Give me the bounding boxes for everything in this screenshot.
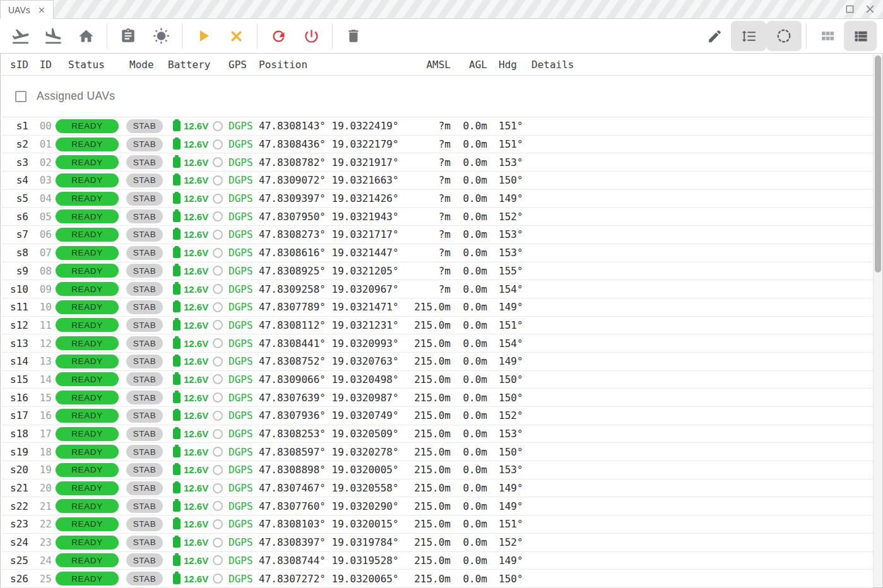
- heading-value: 149°: [487, 555, 526, 567]
- uav-row[interactable]: s6 05 READY STAB 12.6V DGPS 47.8307950° …: [0, 208, 874, 226]
- tab-close-icon[interactable]: [37, 5, 47, 15]
- uav-id: 02: [29, 156, 52, 168]
- status-badge: READY: [56, 517, 119, 531]
- position: 47.8307272° 19.0320065°: [256, 573, 409, 585]
- uav-row[interactable]: s8 07 READY STAB 12.6V DGPS 47.8308616° …: [0, 244, 874, 262]
- uav-row[interactable]: s24 23 READY STAB 12.6V DGPS 47.8308397°…: [0, 534, 874, 552]
- agl-value: 0.0m: [451, 555, 487, 567]
- mode-badge: STAB: [126, 372, 163, 386]
- battery-icon: [173, 211, 181, 222]
- reboot-button[interactable]: [262, 21, 295, 51]
- mode-badge: STAB: [126, 138, 163, 151]
- heading-value: 154°: [487, 283, 526, 295]
- close-button[interactable]: [864, 3, 875, 15]
- battery-icon: [173, 519, 181, 529]
- grid-view-button[interactable]: [811, 21, 844, 51]
- uav-row[interactable]: s2 01 READY STAB 12.6V DGPS 47.8308436° …: [0, 136, 874, 154]
- lights-button[interactable]: [145, 21, 177, 51]
- amsl-value: 215.0m: [409, 518, 451, 530]
- agl-value: 0.0m: [451, 338, 487, 350]
- uav-row[interactable]: s4 03 READY STAB 12.6V DGPS 47.8309072° …: [0, 172, 874, 190]
- gps-fix-type: DGPS: [226, 120, 256, 132]
- position: 47.8308273° 19.0321717°: [256, 228, 409, 240]
- uav-sid: s13: [0, 338, 29, 350]
- position: 47.8307950° 19.0321943°: [256, 211, 409, 223]
- battery-icon: [173, 374, 181, 385]
- header-id: ID: [29, 59, 52, 71]
- uav-row[interactable]: s13 12 READY STAB 12.6V DGPS 47.8308441°…: [0, 334, 874, 353]
- uav-id: 04: [29, 192, 52, 204]
- uav-row[interactable]: s19 18 READY STAB 12.6V DGPS 47.8308597°…: [0, 443, 874, 461]
- signal-circle-icon: [213, 573, 223, 584]
- uav-sid: s9: [0, 265, 29, 277]
- amsl-value: ?m: [409, 156, 451, 168]
- uav-row[interactable]: s26 25 READY STAB 12.6V DGPS 47.8307272°…: [0, 570, 874, 588]
- amsl-value: 215.0m: [409, 464, 451, 476]
- uav-row[interactable]: s10 09 READY STAB 12.6V DGPS 47.8309258°…: [0, 280, 874, 298]
- battery-icon: [173, 175, 181, 185]
- vertical-scrollbar[interactable]: [873, 54, 882, 587]
- selection-mode-button[interactable]: [766, 21, 802, 51]
- maximize-button[interactable]: [844, 3, 855, 15]
- battery-voltage: 12.6V: [184, 537, 208, 548]
- amsl-value: 215.0m: [409, 373, 451, 385]
- uav-row[interactable]: s17 16 READY STAB 12.6V DGPS 47.8307936°…: [0, 407, 874, 425]
- uav-row[interactable]: s5 04 READY STAB 12.6V DGPS 47.8309397° …: [0, 190, 874, 208]
- mode-badge: STAB: [126, 572, 163, 585]
- status-badge: READY: [56, 119, 119, 133]
- uav-row[interactable]: s14 13 READY STAB 12.6V DGPS 47.8308752°…: [0, 353, 874, 371]
- battery-voltage: 12.6V: [184, 483, 208, 493]
- status-badge: READY: [56, 427, 119, 441]
- power-off-button[interactable]: [295, 21, 328, 51]
- uav-row[interactable]: s12 11 READY STAB 12.6V DGPS 47.8308112°…: [0, 317, 874, 335]
- status-badge: READY: [56, 372, 119, 386]
- amsl-value: 215.0m: [409, 446, 451, 458]
- assigned-uavs-checkbox[interactable]: [15, 91, 27, 102]
- tab-uavs[interactable]: UAVs: [0, 0, 54, 19]
- heading-value: 152°: [487, 536, 526, 548]
- cancel-button[interactable]: [220, 21, 252, 51]
- uav-row[interactable]: s20 19 READY STAB 12.6V DGPS 47.8308898°…: [0, 461, 874, 479]
- signal-circle-icon: [213, 501, 223, 511]
- battery-voltage: 12.6V: [184, 266, 208, 276]
- mode-badge: STAB: [126, 246, 163, 260]
- uav-row[interactable]: s18 17 READY STAB 12.6V DGPS 47.8308253°…: [0, 425, 874, 444]
- remove-button[interactable]: [337, 21, 370, 51]
- uav-row[interactable]: s1 00 READY STAB 12.6V DGPS 47.8308143° …: [0, 117, 874, 136]
- position: 47.8308397° 19.0319784°: [256, 536, 409, 548]
- amsl-value: ?m: [409, 120, 451, 132]
- signal-circle-icon: [213, 194, 223, 204]
- battery-voltage: 12.6V: [184, 374, 208, 385]
- uav-row[interactable]: s16 15 READY STAB 12.6V DGPS 47.8307639°…: [0, 389, 874, 407]
- status-badge: READY: [56, 173, 119, 187]
- uav-row[interactable]: s23 22 READY STAB 12.6V DGPS 47.8308103°…: [0, 515, 874, 534]
- return-home-button[interactable]: [69, 21, 102, 51]
- uav-row[interactable]: s11 10 READY STAB 12.6V DGPS 47.8307789°…: [0, 298, 874, 317]
- mode-badge: STAB: [126, 282, 163, 296]
- sort-button[interactable]: [731, 21, 766, 51]
- list-view-button[interactable]: [844, 21, 877, 51]
- section-assigned-uavs[interactable]: Assigned UAVs: [0, 76, 874, 117]
- start-button[interactable]: [187, 21, 220, 51]
- battery-icon: [173, 266, 181, 276]
- uav-row[interactable]: s3 02 READY STAB 12.6V DGPS 47.8308782° …: [0, 153, 874, 172]
- takeoff-button[interactable]: [4, 21, 37, 51]
- battery-icon: [173, 229, 181, 240]
- signal-circle-icon: [213, 356, 223, 367]
- scrollbar-thumb[interactable]: [875, 56, 881, 273]
- mode-badge: STAB: [126, 228, 163, 242]
- status-badge: READY: [56, 572, 119, 585]
- tab-bar: UAVs: [0, 0, 883, 19]
- status-badge: READY: [56, 318, 119, 332]
- edit-button[interactable]: [698, 21, 731, 51]
- land-button[interactable]: [37, 21, 69, 51]
- battery-voltage: 12.6V: [184, 356, 208, 367]
- uav-row[interactable]: s15 14 READY STAB 12.6V DGPS 47.8309066°…: [0, 371, 874, 389]
- uav-row[interactable]: s7 06 READY STAB 12.6V DGPS 47.8308273° …: [0, 226, 874, 244]
- uav-row[interactable]: s21 20 READY STAB 12.6V DGPS 47.8307467°…: [0, 479, 874, 498]
- uav-row[interactable]: s9 08 READY STAB 12.6V DGPS 47.8308925° …: [0, 262, 874, 281]
- checklist-button[interactable]: [112, 21, 145, 51]
- uav-row[interactable]: s22 21 READY STAB 12.6V DGPS 47.8307760°…: [0, 497, 874, 515]
- uav-row[interactable]: s25 24 READY STAB 12.6V DGPS 47.8308744°…: [0, 552, 874, 570]
- position: 47.8308925° 19.0321205°: [256, 265, 409, 277]
